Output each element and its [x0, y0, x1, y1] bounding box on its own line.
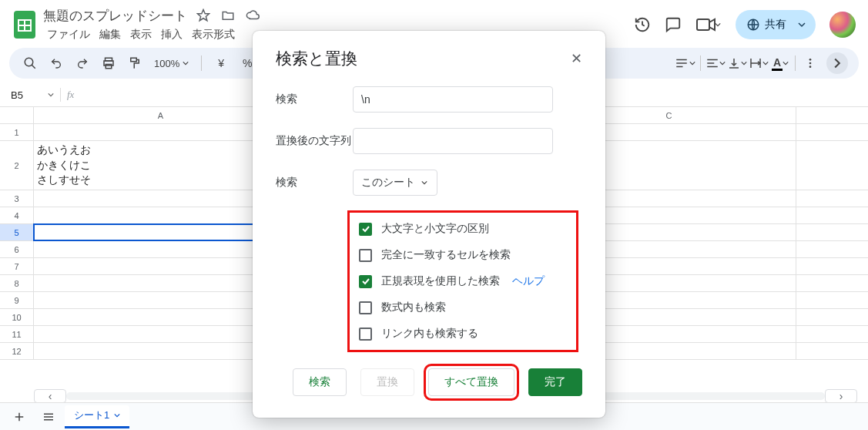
scope-select[interactable]: このシート	[353, 170, 437, 196]
check-links[interactable]: リンク内も検索する	[359, 327, 567, 341]
check-formulas[interactable]: 数式内も検索	[359, 301, 567, 314]
done-button[interactable]: 完了	[528, 368, 582, 396]
check-entire[interactable]: 完全に一致するセルを検索	[359, 248, 567, 262]
check-case[interactable]: 大文字と小文字の区別	[359, 222, 567, 236]
scope-label: 検索	[276, 176, 353, 190]
replace-all-button[interactable]: すべて置換	[428, 368, 514, 396]
regex-help-link[interactable]: ヘルプ	[512, 274, 545, 288]
check-label: リンク内も検索する	[381, 327, 478, 341]
checkbox-icon	[359, 249, 372, 262]
replace-label: 置換後の文字列	[276, 134, 353, 148]
find-input[interactable]	[353, 86, 553, 113]
find-label: 検索	[276, 92, 353, 106]
find-replace-dialog: 検索と置換 ✕ 検索 置換後の文字列 検索 このシート	[253, 31, 605, 418]
check-regex[interactable]: 正規表現を使用した検索 ヘルプ	[359, 274, 567, 288]
dialog-scrim: 検索と置換 ✕ 検索 置換後の文字列 検索 このシート	[0, 0, 868, 430]
checkbox-icon	[359, 301, 372, 314]
dialog-title: 検索と置換	[276, 48, 357, 69]
find-button[interactable]: 検索	[293, 368, 347, 396]
check-label: 正規表現を使用した検索	[381, 274, 500, 288]
checkbox-icon	[359, 328, 372, 341]
scope-value: このシート	[361, 176, 415, 190]
checkbox-icon	[359, 275, 372, 288]
replace-button: 置換	[360, 368, 414, 396]
replace-input[interactable]	[353, 128, 553, 154]
check-label: 完全に一致するセルを検索	[381, 248, 511, 262]
check-label: 数式内も検索	[381, 301, 446, 314]
check-label: 大文字と小文字の区別	[381, 222, 489, 236]
close-icon[interactable]: ✕	[571, 50, 582, 67]
options-checks: 大文字と小文字の区別 完全に一致するセルを検索 正規表現を使用した検索 ヘルプ …	[353, 216, 573, 347]
checkbox-icon	[359, 223, 372, 236]
